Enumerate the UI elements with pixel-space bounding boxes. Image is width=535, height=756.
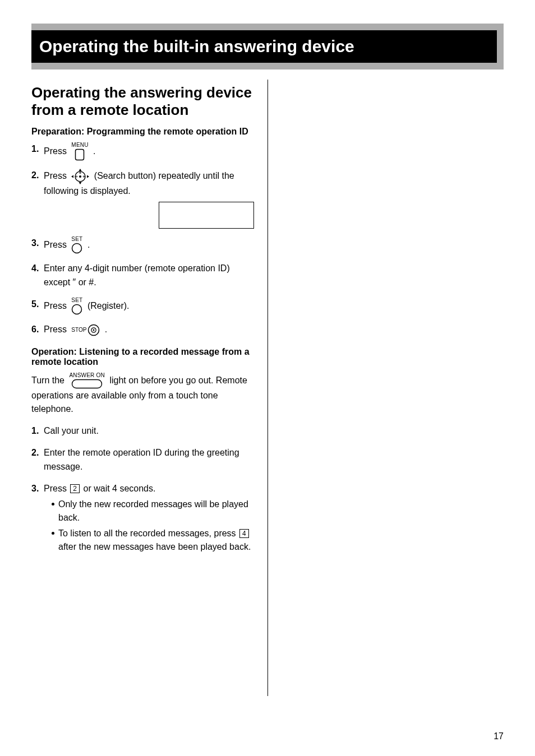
op-step3-sub2: To listen to all the recorded messages, … xyxy=(52,527,254,554)
op-step3-text-b: or wait 4 seconds. xyxy=(84,484,156,493)
set-button-icon: SET xyxy=(71,236,82,254)
step-number: 1. xyxy=(31,424,44,438)
svg-point-14 xyxy=(93,329,95,331)
preparation-heading: Preparation: Programming the remote oper… xyxy=(31,127,254,137)
key-2: 2 xyxy=(70,484,80,493)
step5-text-b: (Register). xyxy=(87,301,130,310)
menu-label: MENU xyxy=(71,142,88,148)
op-intro-a: Turn the xyxy=(31,375,64,384)
display-placeholder xyxy=(159,202,254,229)
op-step1-text: Call your unit. xyxy=(44,424,254,438)
set-label: SET xyxy=(71,298,82,303)
menu-button-icon: MENU xyxy=(71,142,88,161)
step6-text-a: Press xyxy=(44,324,67,334)
chapter-title: Operating the built-in answering device xyxy=(31,24,504,69)
step6-text-b: . xyxy=(105,324,107,334)
step-number: 3. xyxy=(31,482,44,496)
step-number: 5. xyxy=(31,298,44,312)
heading-line-1: Operating the answering device xyxy=(31,84,252,101)
heading-line-2: from a remote location xyxy=(31,101,188,118)
svg-point-7 xyxy=(80,173,81,174)
step2-text-a: Press xyxy=(44,171,67,181)
set-label: SET xyxy=(71,236,82,242)
stop-label: STOP xyxy=(71,327,86,333)
step-number: 3. xyxy=(31,236,44,251)
step-number: 1. xyxy=(31,142,44,156)
svg-marker-5 xyxy=(71,175,73,178)
step3-text-a: Press xyxy=(44,240,67,249)
key-4: 4 xyxy=(239,529,249,538)
svg-point-10 xyxy=(72,244,82,253)
section-heading: Operating the answering device from a re… xyxy=(31,84,254,119)
op-step3-text-a: Press xyxy=(44,484,67,493)
step-number: 2. xyxy=(31,169,44,183)
answer-on-button-icon: ANSWER ON xyxy=(69,373,104,389)
step3-text-b: . xyxy=(87,240,90,249)
svg-point-11 xyxy=(72,304,82,314)
step1-text-b: . xyxy=(93,146,95,156)
stop-button-icon: STOP xyxy=(71,324,100,336)
page-number: 17 xyxy=(494,731,504,741)
step-number: 2. xyxy=(31,446,44,460)
step-number: 4. xyxy=(31,262,44,276)
svg-point-9 xyxy=(84,176,85,177)
step-number: 6. xyxy=(31,323,44,337)
svg-rect-0 xyxy=(76,150,84,160)
step1-text-a: Press xyxy=(44,146,67,156)
step5-text-a: Press xyxy=(44,301,67,310)
step4-text: Enter any 4-digit number (remote operati… xyxy=(44,262,254,290)
svg-marker-4 xyxy=(79,182,82,184)
svg-point-2 xyxy=(79,175,81,178)
svg-point-8 xyxy=(76,176,77,177)
op-step3-sub1: Only the new recorded messages will be p… xyxy=(52,498,254,525)
set-button-icon: SET xyxy=(71,298,82,315)
search-nav-icon xyxy=(71,169,89,184)
svg-marker-3 xyxy=(79,169,82,171)
answer-on-label: ANSWER ON xyxy=(69,373,104,378)
svg-marker-6 xyxy=(87,175,89,178)
op-step2-text: Enter the remote operation ID during the… xyxy=(44,446,254,474)
operation-heading: Operation: Listening to a recorded messa… xyxy=(31,347,254,367)
